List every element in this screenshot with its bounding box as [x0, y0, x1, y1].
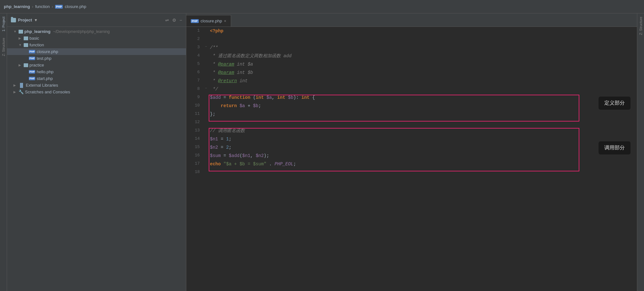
line-content-17: echo "$a + $b = $sum" . PHP_EOL;: [209, 160, 637, 168]
tree-item-external-libs[interactable]: ▐▌ External Libraries: [7, 82, 186, 89]
line-num-5: 5: [186, 60, 204, 66]
line-num-17: 17: [186, 160, 204, 166]
code-line-5: 5 * @param int $a: [186, 60, 637, 68]
gutter-5: [204, 60, 209, 61]
tree-item-start-php[interactable]: PHP start.php: [7, 75, 186, 82]
tree-item-basic[interactable]: basic: [7, 35, 186, 42]
tree-item-closure-php[interactable]: PHP closure.php: [7, 48, 186, 55]
line-content-16: $sum = $add($n1, $n2);: [209, 152, 637, 160]
code-line-10: 10 return $a + $b;: [186, 102, 637, 110]
line-num-7: 7: [186, 77, 204, 83]
line-content-4: * 通过匿名函数定义两数相加函数 add: [209, 52, 637, 60]
breadcrumb-folder[interactable]: function: [35, 4, 50, 9]
arrow-function: [19, 43, 22, 47]
label-start: start.php: [36, 76, 53, 81]
arrow-php-learning: [13, 30, 17, 33]
line-content-15: $n2 = 2;: [209, 143, 637, 152]
right-sidebar-tabs: Z: Structure: [637, 13, 644, 291]
line-content-6: * @param int $b: [209, 68, 637, 77]
line-num-11: 11: [186, 110, 204, 116]
folder-icon-php-learning: [19, 30, 23, 34]
settings-icon[interactable]: ⚙: [172, 18, 176, 23]
tree-item-php-learning[interactable]: php_learning ~/Development/php/php_learn…: [7, 28, 186, 35]
code-line-2: 2: [186, 35, 637, 43]
gutter-4: [204, 52, 209, 53]
minimize-icon[interactable]: −: [180, 18, 182, 23]
define-annotation: 定义部分: [599, 97, 631, 110]
gutter-11: [204, 110, 209, 111]
project-dropdown-arrow[interactable]: ▼: [34, 18, 38, 22]
tree-item-test-php[interactable]: PHP test.php: [7, 55, 186, 62]
label-php-learning: php_learning: [24, 29, 51, 34]
code-line-15: 15 $n2 = 2;: [186, 143, 637, 152]
label-basic: basic: [29, 36, 39, 41]
call-annotation: 调用部分: [599, 141, 631, 154]
gutter-10: [204, 102, 209, 103]
line-content-18: [209, 168, 637, 171]
line-content-8: */: [209, 85, 637, 93]
code-lines: 1 <?php 2 3 − /** 4: [186, 27, 637, 291]
editor-tabs: PHP closure.php ×: [186, 13, 637, 27]
equalizer-icon[interactable]: ⇌: [165, 18, 169, 23]
line-num-18: 18: [186, 168, 204, 174]
gutter-16: [204, 152, 209, 153]
breadcrumb-root[interactable]: php_learning: [4, 4, 30, 9]
breadcrumb-sep-2: ›: [52, 4, 53, 9]
left-sidebar-tabs: 1: Project Z: Structure: [0, 13, 7, 291]
line-num-6: 6: [186, 68, 204, 75]
right-structure-tab[interactable]: Z: Structure: [638, 13, 644, 38]
arrow-basic: [19, 36, 22, 40]
gutter-3: −: [204, 43, 209, 48]
fold-icon-3[interactable]: −: [205, 45, 207, 48]
label-hello: hello.php: [36, 69, 53, 74]
line-num-9: 9: [186, 93, 204, 99]
line-num-10: 10: [186, 102, 204, 108]
arrow-practice: [19, 63, 22, 67]
code-line-16: 16 $sum = $add($n1, $n2);: [186, 152, 637, 160]
file-tree-panel: Project ▼ ⇌ ⚙ − php_learning ~/Developme…: [7, 13, 186, 291]
label-scratches: Scratches and Consoles: [25, 90, 70, 94]
line-content-12: [209, 118, 637, 121]
code-line-1: 1 <?php: [186, 27, 637, 35]
line-num-12: 12: [186, 118, 204, 124]
code-line-14: 14 $n1 = 1;: [186, 135, 637, 143]
code-line-4: 4 * 通过匿名函数定义两数相加函数 add: [186, 52, 637, 60]
structure-tab[interactable]: Z: Structure: [1, 35, 6, 59]
project-folder-icon: [11, 18, 16, 22]
tab-close-icon[interactable]: ×: [224, 19, 226, 23]
tree-item-practice[interactable]: practice: [7, 62, 186, 68]
line-content-11: };: [209, 110, 637, 118]
tree-item-scratches[interactable]: 🔧 Scratches and Consoles: [7, 89, 186, 95]
gutter-15: [204, 143, 209, 145]
code-editor[interactable]: 定义部分 调用部分 1 <?php 2: [186, 27, 637, 291]
line-num-16: 16: [186, 152, 204, 158]
fold-icon-8[interactable]: −: [205, 86, 207, 90]
gutter-1: [204, 27, 209, 28]
php-icon-test: PHP: [29, 57, 35, 60]
line-content-3: /**: [209, 43, 637, 52]
line-content-13: // 调用匿名函数: [209, 127, 637, 135]
scratches-icon: 🔧: [19, 90, 24, 94]
breadcrumb-php-badge: PHP: [55, 5, 63, 9]
gutter-7: [204, 77, 209, 78]
tree-item-hello-php[interactable]: PHP hello.php: [7, 68, 186, 75]
tab-closure-php[interactable]: PHP closure.php ×: [186, 15, 231, 27]
tab-label: closure.php: [201, 19, 222, 23]
gutter-9: [204, 93, 209, 95]
file-tree-title: Project ▼: [11, 18, 38, 22]
project-tab[interactable]: 1: Project: [1, 13, 6, 35]
tab-php-badge: PHP: [191, 19, 199, 23]
breadcrumb-file[interactable]: closure.php: [65, 4, 86, 9]
code-line-7: 7 * @return int: [186, 77, 637, 85]
folder-icon-function: [24, 43, 28, 47]
code-line-11: 11 };: [186, 110, 637, 118]
label-function: function: [29, 43, 44, 47]
tree-item-function[interactable]: function: [7, 42, 186, 48]
gutter-12: [204, 118, 209, 120]
gutter-18: [204, 168, 209, 169]
label-external-libs: External Libraries: [26, 83, 58, 88]
breadcrumb-sep-1: ›: [32, 4, 33, 9]
php-icon-closure: PHP: [29, 50, 35, 53]
file-tree-header: Project ▼ ⇌ ⚙ −: [7, 13, 186, 27]
line-content-1: <?php: [209, 27, 637, 35]
